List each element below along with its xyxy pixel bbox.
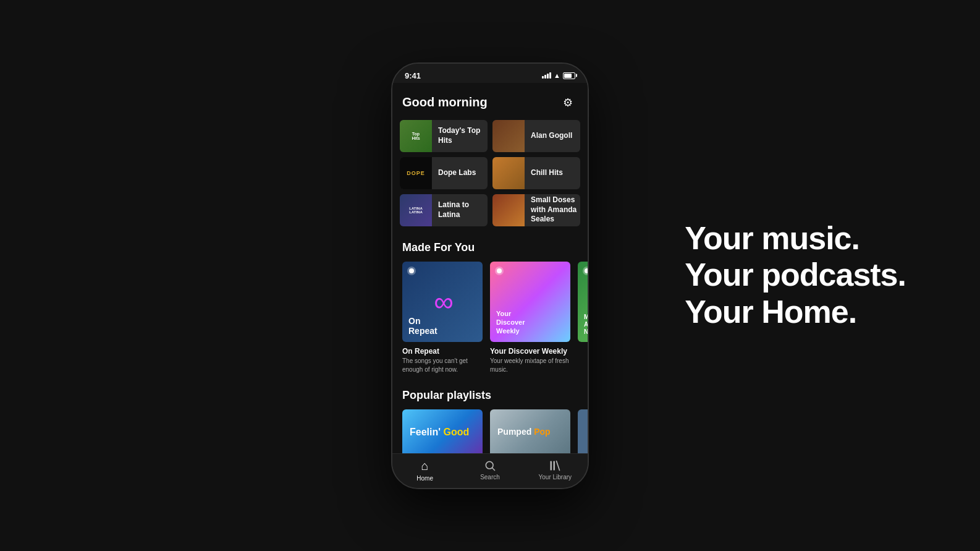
- battery-icon: [563, 72, 575, 79]
- quick-item-label: Dope Labs: [438, 168, 488, 178]
- svg-line-1: [492, 468, 495, 471]
- made-for-you-scroll: ∞ OnRepeat On Repeat The songs you can't…: [392, 262, 588, 384]
- settings-button[interactable]: ⚙: [558, 93, 578, 113]
- popular-card-feelin-good[interactable]: Feelin' Good 👤: [402, 409, 483, 453]
- feelin-good-thumb: Feelin' Good 👤: [402, 409, 483, 453]
- nav-label-home: Home: [416, 475, 433, 482]
- greeting-text: Good morning: [402, 95, 488, 109]
- home-icon: ⌂: [421, 459, 429, 473]
- spotify-dot: [407, 267, 416, 275]
- svg-rect-2: [551, 461, 552, 471]
- popular-playlists-header: Popular playlists: [392, 384, 588, 409]
- third-card-thumb: MUANNE: [578, 262, 588, 342]
- quick-item-label: Chill Hits: [531, 168, 580, 178]
- quick-item-thumb: TopHits: [400, 120, 432, 152]
- signal-bars-icon: [542, 72, 551, 79]
- card-desc: Your weekly mixtape of fresh music.: [490, 357, 570, 374]
- quick-item-thumb: [492, 157, 525, 189]
- status-bar: 9:41 ▲: [392, 64, 588, 83]
- quick-item-label: Latina to Latina: [438, 200, 488, 220]
- quick-item-thumb: LATINALATINA: [400, 194, 432, 226]
- quick-item-alan-gogoll[interactable]: Alan Gogoll: [492, 120, 580, 152]
- quick-item-thumb: DOPE: [400, 157, 432, 189]
- search-icon: [484, 459, 496, 472]
- wifi-icon: ▲: [554, 72, 560, 79]
- feelin-good-text: Feelin' Good: [410, 427, 469, 438]
- quick-item-thumb: [492, 120, 525, 152]
- playlist-card-your-mix[interactable]: MUANNE: [578, 262, 588, 374]
- quick-item-small-doses[interactable]: Small Doses with Amanda Seales: [492, 194, 580, 226]
- tagline: Your music. Your podcasts. Your Home.: [685, 220, 906, 331]
- svg-rect-3: [554, 461, 555, 471]
- bottom-nav: ⌂ Home Search Your Library: [392, 453, 588, 488]
- popular-card-third[interactable]: [578, 409, 588, 453]
- playlist-card-discover-weekly[interactable]: YourDiscoverWeekly Your Discover Weekly …: [490, 262, 570, 374]
- discover-weekly-label: YourDiscoverWeekly: [496, 309, 525, 336]
- nav-item-library[interactable]: Your Library: [523, 454, 588, 488]
- quick-item-dope-labs[interactable]: DOPE Dope Labs: [400, 157, 488, 189]
- popular-playlists-scroll: Feelin' Good 👤 Pumped Pop 👤: [392, 409, 588, 453]
- nav-item-search[interactable]: Search: [457, 454, 522, 488]
- third-card-label: MUANNE: [584, 314, 588, 336]
- quick-item-chill-hits[interactable]: Chill Hits: [492, 157, 580, 189]
- quick-item-label: Alan Gogoll: [531, 131, 580, 141]
- spotify-dot: [583, 267, 588, 275]
- card-desc: The songs you can't get enough of right …: [402, 357, 483, 374]
- library-icon: [549, 459, 561, 472]
- spotify-dot: [495, 267, 504, 275]
- popular-card-pumped-pop[interactable]: Pumped Pop 👤: [490, 409, 570, 453]
- tagline-line3: Your Home.: [685, 294, 906, 331]
- app-content: Good morning ⚙ TopHits Today's Top Hits …: [392, 83, 588, 453]
- quick-item-thumb: [492, 194, 525, 226]
- phone-shell: 9:41 ▲ Good morning ⚙: [391, 62, 589, 489]
- pumped-pop-thumb: Pumped Pop 👤: [490, 409, 570, 453]
- nav-label-search: Search: [480, 474, 500, 481]
- status-time: 9:41: [405, 71, 421, 80]
- made-for-you-header: Made For You: [392, 236, 588, 262]
- nav-label-library: Your Library: [539, 474, 572, 481]
- card-title: Your Discover Weekly: [490, 347, 570, 356]
- nav-item-home[interactable]: ⌂ Home: [392, 454, 457, 488]
- playlist-card-on-repeat[interactable]: ∞ OnRepeat On Repeat The songs you can't…: [402, 262, 483, 374]
- tagline-line2: Your podcasts.: [685, 257, 906, 294]
- quick-item-todays-top-hits[interactable]: TopHits Today's Top Hits: [400, 120, 488, 152]
- quick-access-grid: TopHits Today's Top Hits Alan Gogoll DOP…: [392, 120, 588, 236]
- quick-item-label: Today's Top Hits: [438, 126, 488, 145]
- tagline-line1: Your music.: [685, 220, 906, 257]
- on-repeat-label: OnRepeat: [408, 316, 437, 336]
- on-repeat-thumb: ∞ OnRepeat: [402, 262, 483, 342]
- quick-item-label: Small Doses with Amanda Seales: [531, 195, 580, 224]
- gear-icon: ⚙: [563, 96, 573, 109]
- pumped-text: Pumped Pop: [497, 427, 551, 437]
- card-title: On Repeat: [402, 347, 483, 356]
- quick-item-latina[interactable]: LATINALATINA Latina to Latina: [400, 194, 488, 226]
- status-icons: ▲: [542, 72, 575, 79]
- third-popular-thumb: [578, 409, 588, 453]
- app-header: Good morning ⚙: [392, 83, 588, 120]
- discover-weekly-thumb: YourDiscoverWeekly: [490, 262, 570, 342]
